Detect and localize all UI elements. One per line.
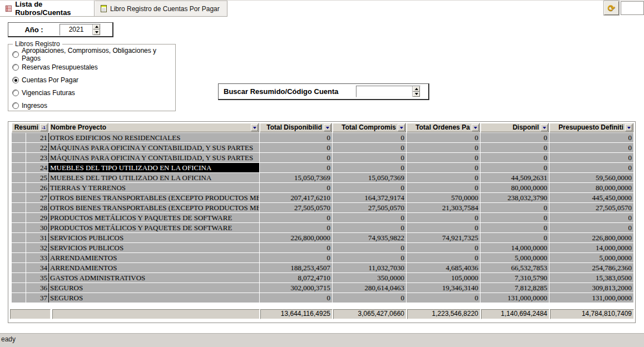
radio-option[interactable]: Vigencias Futuras <box>12 88 175 97</box>
cell-nombre-proyecto[interactable]: OTROS BIENES TRANSPORTABLES (EXCEPTO PRO… <box>49 193 259 202</box>
column-dropdown-button[interactable] <box>398 124 405 131</box>
cell-resumido[interactable]: 27 <box>26 193 49 202</box>
cell-total-compromisos[interactable]: 15,050,7369 <box>333 173 406 182</box>
cell-total-ordenes-pago[interactable]: 0 <box>407 243 480 252</box>
column-header-total-compromisos[interactable]: Total Compromis <box>333 123 406 132</box>
cell-total-disponibilidad[interactable]: 0 <box>260 133 332 142</box>
cell-total-compromisos[interactable]: 0 <box>333 213 406 222</box>
cell-nombre-proyecto[interactable]: MÁQUINAS PARA OFICINA Y CONTABILIDAD, Y … <box>49 153 259 162</box>
cell-nombre-proyecto[interactable]: MUEBLES DEL TIPO UTILIZADO EN LA OFICINA <box>49 173 259 182</box>
cell-disponible[interactable]: 5,000,0000 <box>480 253 549 262</box>
tab-lista-de-rubros-cuentas[interactable]: Lista de Rubros/Cuentas <box>0 1 95 16</box>
cell-nombre-proyecto[interactable]: OTROS BIENES TRANSPORTABLES (EXCEPTO PRO… <box>49 203 259 212</box>
cell-disponible[interactable]: 0 <box>480 233 549 242</box>
row-selector-cell[interactable] <box>12 133 26 142</box>
cell-total-ordenes-pago[interactable]: 4,685,4036 <box>407 263 480 272</box>
tab-libro-registro-cuentas-por-pagar[interactable]: Libro Registro de Cuentas Por Pagar <box>95 1 227 16</box>
row-selector-cell[interactable] <box>12 163 26 172</box>
cell-total-compromisos[interactable]: 0 <box>333 163 406 172</box>
cell-disponible[interactable]: 44,509,2631 <box>480 173 549 182</box>
cell-resumido[interactable]: 31 <box>26 233 49 242</box>
cell-presupuesto-definitivo[interactable]: 0 <box>549 223 633 232</box>
search-spin-down-button[interactable] <box>413 92 420 97</box>
cell-total-ordenes-pago[interactable]: 0 <box>407 213 480 222</box>
row-selector-cell[interactable] <box>12 183 26 192</box>
cell-resumido[interactable]: 35 <box>26 273 49 282</box>
cell-total-compromisos[interactable]: 164,372,9174 <box>333 193 406 202</box>
cell-total-compromisos[interactable]: 0 <box>333 253 406 262</box>
cell-total-compromisos[interactable]: 0 <box>333 243 406 252</box>
column-dropdown-button[interactable] <box>541 124 548 131</box>
row-selector-cell[interactable] <box>12 263 26 272</box>
cell-nombre-proyecto[interactable]: OTROS EDIFICIOS NO RESIDENCIALES <box>49 133 259 142</box>
cell-total-ordenes-pago[interactable]: 0 <box>407 173 480 182</box>
cell-resumido[interactable]: 23 <box>26 153 49 162</box>
cell-disponible[interactable]: 0 <box>480 133 549 142</box>
year-spin-down-button[interactable] <box>93 29 100 35</box>
cell-disponible[interactable]: 80,000,0000 <box>480 183 549 192</box>
cell-total-disponibilidad[interactable]: 0 <box>260 243 332 252</box>
cell-nombre-proyecto[interactable]: SEGUROS <box>49 293 259 303</box>
cell-total-disponibilidad[interactable]: 207,417,6210 <box>260 193 332 202</box>
cell-total-compromisos[interactable]: 0 <box>333 223 406 232</box>
search-spin-up-button[interactable] <box>413 86 420 92</box>
cell-disponible[interactable]: 0 <box>480 153 549 162</box>
cell-presupuesto-definitivo[interactable]: 27,505,0570 <box>549 203 633 212</box>
cell-total-disponibilidad[interactable]: 302,000,3715 <box>260 283 332 293</box>
top-right-textbox[interactable] <box>621 1 644 15</box>
cell-presupuesto-definitivo[interactable]: 0 <box>549 163 633 172</box>
row-selector-cell[interactable] <box>12 193 26 202</box>
cell-total-disponibilidad[interactable]: 0 <box>260 153 332 162</box>
cell-total-disponibilidad[interactable]: 226,800,0000 <box>260 233 332 242</box>
cell-resumido[interactable]: 36 <box>26 283 49 293</box>
column-header-total-disponibilidad[interactable]: Total Disponibilid <box>260 123 332 132</box>
cell-total-ordenes-pago[interactable]: 0 <box>407 183 480 192</box>
cell-total-ordenes-pago[interactable]: 19,346,3140 <box>407 283 480 293</box>
cell-disponible[interactable]: 0 <box>480 213 549 222</box>
row-selector-cell[interactable] <box>12 253 26 262</box>
cell-total-ordenes-pago[interactable]: 105,0000 <box>407 273 480 282</box>
cell-total-ordenes-pago[interactable]: 0 <box>407 163 480 172</box>
column-header-disponible[interactable]: Disponil <box>480 123 549 132</box>
cell-resumido[interactable]: 29 <box>26 213 49 222</box>
row-selector-cell[interactable] <box>12 143 26 152</box>
cell-resumido[interactable]: 30 <box>26 223 49 232</box>
cell-disponible[interactable]: 0 <box>480 143 549 152</box>
cell-disponible[interactable]: 0 <box>480 203 549 212</box>
cell-total-ordenes-pago[interactable]: 21,303,7584 <box>407 203 480 212</box>
cell-total-disponibilidad[interactable]: 0 <box>260 293 332 303</box>
cell-total-compromisos[interactable]: 27,505,0570 <box>333 203 406 212</box>
cell-total-compromisos[interactable]: 0 <box>333 293 406 303</box>
cell-nombre-proyecto[interactable]: SEGUROS <box>49 283 259 293</box>
cell-disponible[interactable]: 7,310,5790 <box>480 273 549 282</box>
cell-nombre-proyecto[interactable]: PRODUCTOS METÁLICOS Y PAQUETES DE SOFTWA… <box>49 213 259 222</box>
cell-resumido[interactable]: 33 <box>26 253 49 262</box>
column-dropdown-button[interactable] <box>472 124 479 131</box>
cell-presupuesto-definitivo[interactable]: 0 <box>549 153 633 162</box>
column-header-resumido[interactable]: Resumi -1 <box>12 123 48 132</box>
year-input[interactable] <box>60 24 92 35</box>
row-selector-cell[interactable] <box>12 173 26 182</box>
cell-nombre-proyecto[interactable]: MÁQUINAS PARA OFICINA Y CONTABILIDAD, Y … <box>49 143 259 152</box>
cell-total-ordenes-pago[interactable]: 0 <box>407 253 480 262</box>
column-dropdown-button[interactable] <box>324 124 331 131</box>
cell-presupuesto-definitivo[interactable]: 59,560,0000 <box>549 173 633 182</box>
cell-resumido[interactable]: 34 <box>26 263 49 272</box>
cell-total-compromisos[interactable]: 0 <box>333 143 406 152</box>
cell-disponible[interactable]: 0 <box>480 223 549 232</box>
cell-total-compromisos[interactable]: 350,0000 <box>333 273 406 282</box>
cell-presupuesto-definitivo[interactable]: 15,383,0500 <box>549 273 633 282</box>
cell-disponible[interactable]: 131,000,0000 <box>480 293 549 303</box>
cell-disponible[interactable]: 66,532,7853 <box>480 263 549 272</box>
row-selector-cell[interactable] <box>12 273 26 282</box>
cell-presupuesto-definitivo[interactable]: 445,450,0000 <box>549 193 633 202</box>
radio-option[interactable]: Apropiaciones, Compromisos, Obligaciones… <box>12 50 175 59</box>
cell-resumido[interactable]: 26 <box>26 183 49 192</box>
row-selector-cell[interactable] <box>12 283 26 293</box>
cell-nombre-proyecto[interactable]: MUEBLES DEL TIPO UTILIZADO EN LA OFICINA <box>49 163 259 172</box>
cell-nombre-proyecto[interactable]: ARRENDAMIENTOS <box>49 263 259 272</box>
cell-total-compromisos[interactable]: 0 <box>333 183 406 192</box>
column-header-total-ordenes-pago[interactable]: Total Ordenes Pa <box>407 123 480 132</box>
cell-total-compromisos[interactable]: 74,935,9822 <box>333 233 406 242</box>
cell-disponible[interactable]: 14,000,0000 <box>480 243 549 252</box>
